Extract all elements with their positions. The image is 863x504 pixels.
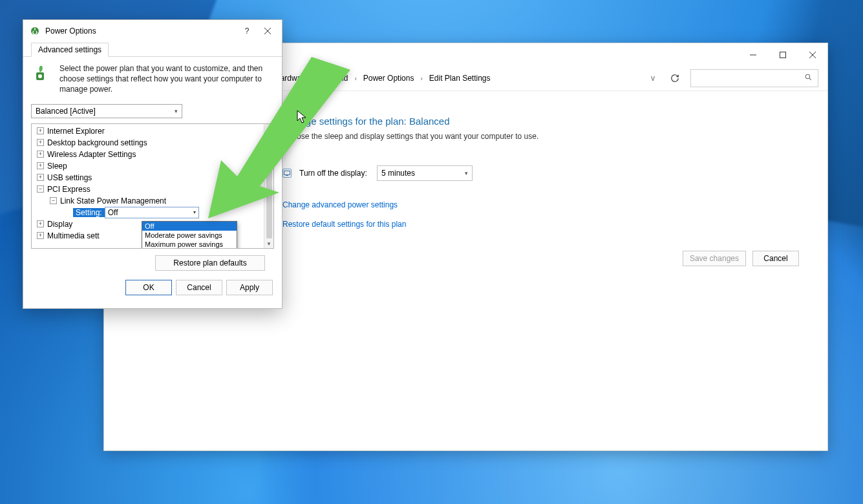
dropdown-option-moderate[interactable]: Moderate power savings bbox=[142, 231, 237, 240]
tree-item-wireless-adapter[interactable]: +Wireless Adapter Settings bbox=[34, 149, 262, 160]
expand-icon[interactable]: + bbox=[37, 151, 44, 158]
chevron-right-icon: › bbox=[420, 75, 422, 82]
chevron-down-icon: ▾ bbox=[193, 209, 196, 215]
search-icon bbox=[804, 73, 813, 83]
breadcrumb-power-options[interactable]: Power Options bbox=[362, 72, 416, 84]
chevron-right-icon: › bbox=[354, 75, 356, 82]
breadcrumb-hardware-sound[interactable]: Hardware and Sound bbox=[273, 72, 349, 84]
help-button[interactable]: ? bbox=[237, 22, 257, 40]
restore-plan-defaults-button[interactable]: Restore plan defaults bbox=[155, 255, 265, 271]
scroll-thumb[interactable] bbox=[266, 134, 272, 238]
dropdown-option-off[interactable]: Off bbox=[142, 222, 237, 231]
desktop-wallpaper: Hardware and Sound › Power Options › Edi… bbox=[0, 0, 863, 504]
dialog-intro-text: Select the power plan that you want to c… bbox=[59, 63, 274, 95]
tree-scrollbar[interactable]: ▲ ▼ bbox=[264, 124, 273, 248]
tab-label: Advanced settings bbox=[38, 45, 101, 54]
expand-icon[interactable]: + bbox=[37, 174, 44, 181]
chevron-down-icon: ▾ bbox=[175, 108, 178, 114]
tree-item-usb-settings[interactable]: +USB settings bbox=[34, 172, 262, 184]
turn-off-display-combo[interactable]: 5 minutes ▾ bbox=[377, 165, 473, 181]
collapse-icon[interactable]: − bbox=[50, 197, 57, 204]
link-state-setting-value: Off bbox=[108, 208, 118, 217]
svg-point-5 bbox=[38, 74, 42, 78]
scroll-up-icon[interactable]: ▲ bbox=[266, 125, 272, 131]
apply-button[interactable]: Apply bbox=[226, 280, 273, 295]
link-state-dropdown-list: Off Moderate power savings Maximum power… bbox=[142, 221, 237, 249]
link-state-setting-combo[interactable]: Off ▾ bbox=[105, 207, 199, 218]
breadcrumb-edit-plan[interactable]: Edit Plan Settings bbox=[428, 72, 492, 84]
collapse-icon[interactable]: − bbox=[37, 185, 44, 193]
display-icon bbox=[282, 169, 292, 178]
tab-advanced-settings[interactable]: Advanced settings bbox=[31, 43, 109, 57]
breadcrumb: Hardware and Sound › Power Options › Edi… bbox=[273, 72, 641, 84]
expand-icon[interactable]: + bbox=[37, 162, 44, 169]
ok-button[interactable]: OK bbox=[125, 280, 172, 295]
dialog-title: Power Options bbox=[45, 26, 96, 36]
turn-off-display-label: Turn off the display: bbox=[299, 169, 369, 178]
maximize-button[interactable] bbox=[768, 45, 798, 65]
power-plan-icon bbox=[31, 63, 52, 84]
settings-tree: +Internet Explorer +Desktop background s… bbox=[31, 123, 274, 249]
dropdown-option-maximum[interactable]: Maximum power savings bbox=[142, 240, 237, 249]
setting-label: Setting: bbox=[73, 208, 105, 217]
svg-rect-0 bbox=[780, 52, 786, 58]
cancel-button[interactable]: Cancel bbox=[752, 251, 799, 266]
svg-rect-2 bbox=[284, 171, 290, 175]
tree-item-internet-explorer[interactable]: +Internet Explorer bbox=[34, 125, 262, 137]
expand-icon[interactable]: + bbox=[37, 127, 44, 134]
chevron-down-icon: ▾ bbox=[465, 170, 468, 176]
expand-icon[interactable]: + bbox=[37, 232, 44, 239]
scroll-down-icon[interactable]: ▼ bbox=[266, 241, 272, 247]
tree-item-desktop-background[interactable]: +Desktop background settings bbox=[34, 137, 262, 149]
restore-default-settings-link[interactable]: Restore default settings for this plan bbox=[282, 220, 799, 229]
turn-off-display-value: 5 minutes bbox=[381, 169, 415, 178]
minimize-button[interactable] bbox=[738, 45, 768, 65]
power-plan-combo[interactable]: Balanced [Active] ▾ bbox=[31, 104, 182, 118]
expand-icon[interactable]: + bbox=[37, 139, 44, 146]
tree-item-pci-express[interactable]: −PCI Express bbox=[34, 184, 262, 195]
power-options-dialog: Power Options ? Advanced settings Select… bbox=[23, 19, 282, 309]
search-input[interactable] bbox=[690, 69, 818, 87]
power-plan-selected: Balanced [Active] bbox=[36, 107, 96, 116]
expand-icon[interactable]: + bbox=[37, 220, 44, 227]
svg-point-1 bbox=[805, 74, 810, 79]
link-state-setting-row: Setting: Off ▾ bbox=[34, 207, 262, 218]
page-title: Change settings for the plan: Balanced bbox=[282, 116, 799, 127]
tree-item-sleep[interactable]: +Sleep bbox=[34, 160, 262, 172]
close-button[interactable] bbox=[257, 22, 278, 40]
tree-item-link-state-power-management[interactable]: −Link State Power Management bbox=[34, 195, 262, 207]
page-description: Choose the sleep and display settings th… bbox=[282, 132, 799, 141]
address-dropdown-button[interactable]: v bbox=[646, 74, 659, 83]
power-options-icon bbox=[30, 26, 40, 36]
change-advanced-power-settings-link[interactable]: Change advanced power settings bbox=[282, 200, 799, 209]
cancel-button[interactable]: Cancel bbox=[176, 280, 222, 295]
close-button[interactable] bbox=[798, 45, 827, 65]
refresh-button[interactable] bbox=[665, 70, 685, 87]
dialog-title-bar[interactable]: Power Options ? bbox=[23, 20, 282, 42]
save-changes-button[interactable]: Save changes bbox=[683, 251, 746, 266]
